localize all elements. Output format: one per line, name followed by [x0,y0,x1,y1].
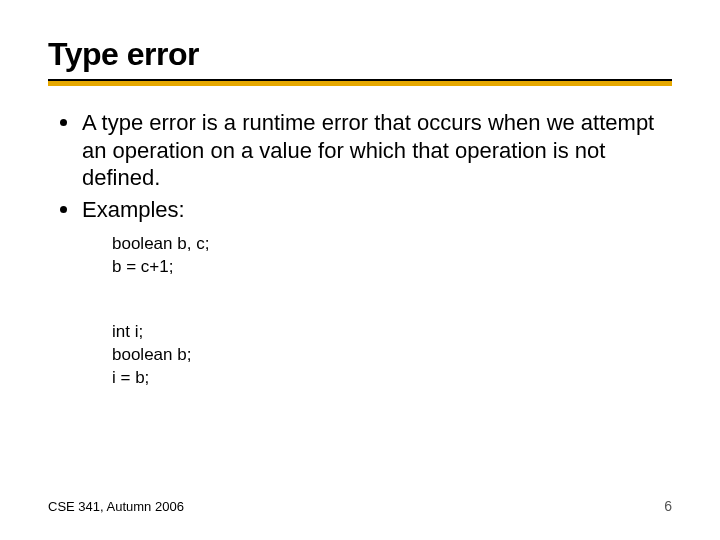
code-line: b = c+1; [112,256,672,279]
footer-text: CSE 341, Autumn 2006 [48,499,184,514]
code-example-2: int i; boolean b; i = b; [112,321,672,390]
title-rule [48,79,672,87]
page-number: 6 [664,498,672,514]
slide-title: Type error [48,36,672,73]
bullet-list: A type error is a runtime error that occ… [48,109,672,223]
code-line: i = b; [112,367,672,390]
code-line: boolean b; [112,344,672,367]
code-example-1: boolean b, c; b = c+1; [112,233,672,279]
slide-content: A type error is a runtime error that occ… [48,109,672,390]
code-line: int i; [112,321,672,344]
code-line: boolean b, c; [112,233,672,256]
bullet-item: Examples: [56,196,672,224]
bullet-item: A type error is a runtime error that occ… [56,109,672,192]
